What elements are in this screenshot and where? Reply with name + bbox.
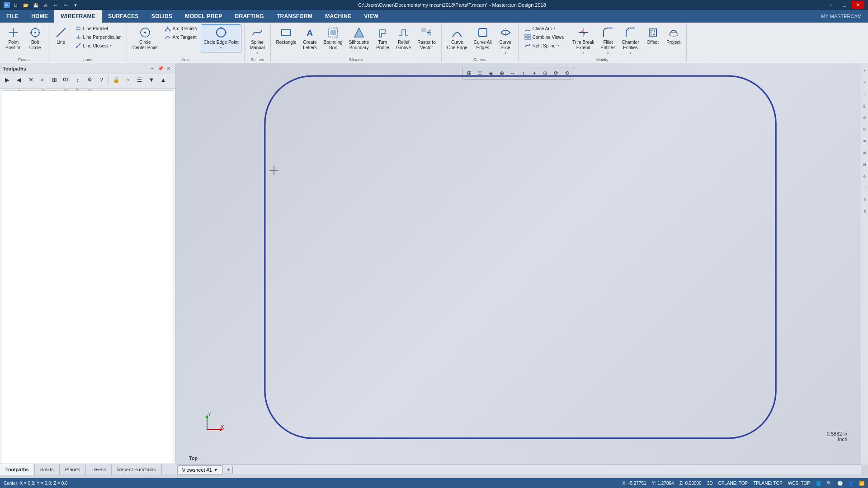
chamfer-entities-btn[interactable]: ChamferEntities ▾ [619, 24, 642, 52]
menu-surfaces[interactable]: SURFACES [102, 10, 145, 23]
tp-delete-btn[interactable]: ✕ [25, 74, 36, 85]
menu-solids[interactable]: SOLIDS [145, 10, 179, 23]
ribbon-arcs-items: CircleCenter Point Arc 3 Points Arc Tang… [130, 24, 241, 56]
circle-center-point-btn[interactable]: CircleCenter Point [130, 24, 160, 52]
tp-deselect-btn[interactable]: ◀ [14, 74, 24, 85]
svg-rect-38 [525, 38, 527, 40]
menu-transform[interactable]: TRANSFORM [270, 10, 319, 23]
menu-home[interactable]: HOME [25, 10, 54, 23]
status-clock-icon[interactable]: 🕐 [837, 481, 843, 486]
rt-btn-12[interactable]: ⊻ [862, 194, 868, 205]
status-signal-icon[interactable]: 📶 [859, 481, 864, 486]
rt-btn-9[interactable]: ⊟ [862, 159, 868, 170]
tp-help-btn[interactable]: ? [96, 74, 107, 85]
tp-g1-btn[interactable]: G1 [61, 74, 71, 85]
curve-one-edge-btn[interactable]: CurveOne Edge [444, 24, 470, 52]
status-person-icon[interactable]: 👤 [848, 481, 854, 486]
line-btn[interactable]: Line [51, 24, 71, 52]
tp-settings-btn[interactable]: ⚙ [84, 74, 95, 85]
customize-btn[interactable]: ▼ [71, 1, 80, 9]
tp-wave-btn[interactable]: ≈ [123, 74, 133, 85]
tab-levels[interactable]: Levels [86, 464, 112, 475]
menu-machine[interactable]: MACHINE [319, 10, 358, 23]
rt-btn-2[interactable]: − [862, 77, 868, 88]
open-btn[interactable]: 📂 [22, 1, 30, 9]
tab-recent-functions[interactable]: Recent Functions [112, 464, 162, 475]
tp-sort-btn[interactable]: ↕ [72, 74, 83, 85]
combine-views-btn[interactable]: Combine Views [521, 33, 567, 41]
point-position-btn[interactable]: PointPosition [3, 24, 24, 52]
circle-edge-point-btn[interactable]: Circle Edge Point ▾ [201, 24, 241, 52]
my-mastercam[interactable]: MY MASTERCAM [815, 10, 868, 23]
tp-add-group-btn[interactable]: ⊞ [49, 74, 60, 85]
menu-wireframe[interactable]: WIREFRAME [54, 10, 102, 23]
new-btn[interactable]: 🗋 [12, 1, 20, 9]
bounding-box-btn[interactable]: BoundingBox [321, 24, 345, 52]
rectangle-btn[interactable]: Rectangle [274, 24, 299, 52]
status-y-value: 1.27064 [657, 481, 674, 486]
svg-point-23 [169, 30, 170, 32]
arc-3-points-btn[interactable]: Arc 3 Points [161, 24, 200, 33]
tp-list-btn[interactable]: ☰ [134, 74, 145, 85]
toolpaths-pin-btn[interactable]: 📌 [157, 65, 164, 72]
close-btn[interactable]: ✕ [852, 1, 864, 9]
curve-all-edges-btn[interactable]: Curve AllEdges [471, 24, 495, 52]
maximize-btn[interactable]: □ [838, 1, 851, 9]
close-arc-btn[interactable]: Close Arc ▾ [521, 24, 567, 33]
project-btn[interactable]: Project [664, 24, 684, 52]
create-letters-btn[interactable]: A CreateLetters [300, 24, 320, 52]
print-btn[interactable]: 🖨 [42, 1, 50, 9]
offset-btn[interactable]: Offset [643, 24, 663, 52]
trim-break-extend-btn[interactable]: Trim BreakExtend ▾ [570, 24, 597, 52]
raster-to-vector-btn[interactable]: Raster toVector [415, 24, 439, 52]
rt-btn-1[interactable]: + [862, 65, 868, 76]
tab-toolpaths[interactable]: Toolpaths [0, 464, 35, 475]
status-globe-icon[interactable]: 🌐 [816, 481, 821, 486]
tp-menu-btn[interactable]: ≡ [37, 74, 48, 85]
undo-btn[interactable]: ↩ [52, 1, 60, 9]
viewsheet-1-tab[interactable]: Viewsheet #1 ▼ [177, 465, 223, 474]
rt-btn-3[interactable]: ○ [862, 89, 868, 99]
bolt-circle-btn[interactable]: BoltCircle [25, 24, 45, 52]
menu-drafting[interactable]: DRAFTING [228, 10, 270, 23]
tp-select-all-btn[interactable]: ▶ [2, 74, 13, 85]
rt-btn-7[interactable]: ⊕ [862, 136, 868, 146]
rt-btn-5[interactable]: ↺ [862, 112, 868, 123]
redo-btn[interactable]: ↪ [61, 1, 70, 9]
circle-edge-point-label: Circle Edge Point [203, 40, 238, 45]
menu-file[interactable]: FILE [0, 10, 25, 23]
line-perpendicular-btn[interactable]: Line Perpendicular [72, 33, 124, 41]
rt-btn-13[interactable]: ⊼ [862, 206, 868, 217]
toolpaths-minimize-btn[interactable]: − [149, 65, 156, 72]
rt-btn-10[interactable]: ⊹ [862, 171, 868, 182]
menu-view[interactable]: VIEW [358, 10, 385, 23]
save-btn[interactable]: 💾 [32, 1, 40, 9]
fillet-entities-btn[interactable]: FilletEntities ▾ [598, 24, 618, 52]
status-magnify-icon[interactable]: 🔍 [826, 481, 832, 486]
spline-manual-btn[interactable]: SplineManual ▾ [247, 24, 268, 52]
tab-planes[interactable]: Planes [60, 464, 86, 475]
viewport: ⊞ ☰ ◈ ⊕ ↔ ↕ ⌖ ⊙ ⟳ ⟲ Y X Top [175, 63, 861, 465]
turn-profile-btn[interactable]: TurnProfile [373, 24, 392, 52]
rt-btn-8[interactable]: ⊞ [862, 147, 868, 158]
rt-btn-11[interactable]: ⊺ [862, 183, 868, 193]
tp-lock-btn[interactable]: 🔒 [111, 74, 122, 85]
relief-groove-btn[interactable]: ReliefGroove [393, 24, 414, 52]
curve-slice-btn[interactable]: CurveSlice ▾ [495, 24, 515, 52]
refit-spline-btn[interactable]: Refit Spline ▾ [521, 42, 567, 50]
arc-tangent-btn[interactable]: Arc Tangent [161, 33, 200, 41]
tp-up-btn[interactable]: ▲ [158, 74, 169, 85]
rt-btn-4[interactable]: ◫ [862, 100, 868, 111]
line-parallel-btn[interactable]: Line Parallel [72, 24, 124, 33]
menu-model-prep[interactable]: MODEL PREP [179, 10, 228, 23]
silhouette-boundary-btn[interactable]: SilhouetteBoundary [346, 24, 372, 52]
line-closest-btn[interactable]: Line Closest ▾ [72, 42, 124, 50]
viewsheet-add-btn[interactable]: + [225, 466, 233, 474]
svg-rect-32 [421, 28, 426, 32]
tab-solids[interactable]: Solids [35, 464, 60, 475]
viewsheet-dropdown-arrow[interactable]: ▼ [214, 468, 218, 472]
toolpaths-close-btn[interactable]: ✕ [165, 65, 172, 72]
rt-btn-6[interactable]: ↻ [862, 124, 868, 135]
minimize-btn[interactable]: − [825, 1, 837, 9]
tp-down-btn[interactable]: ▼ [146, 74, 157, 85]
